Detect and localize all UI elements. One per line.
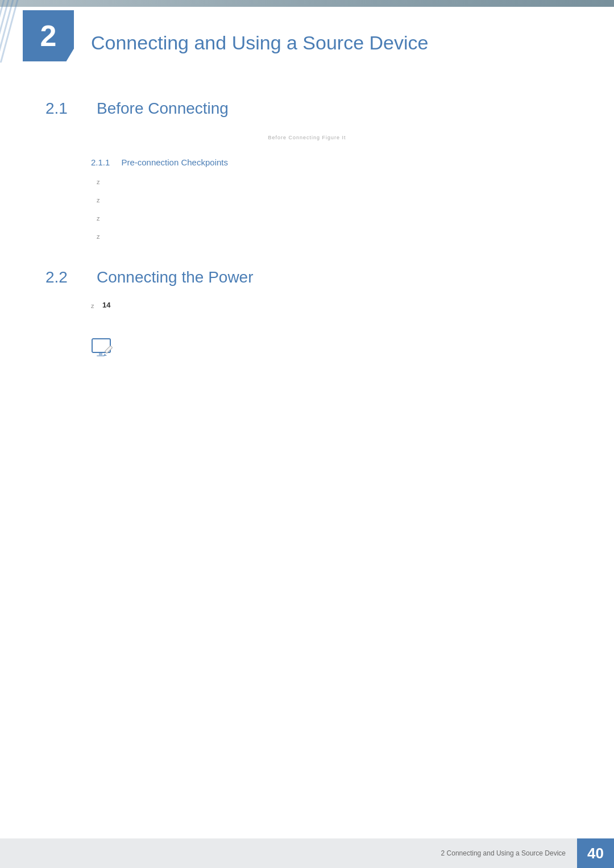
- svg-rect-2: [97, 355, 105, 356]
- bullet-marker-1: z: [97, 178, 102, 185]
- bullet-item-2: z: [97, 196, 569, 203]
- chapter-number-box: 2: [23, 10, 74, 61]
- bullet-marker-2: z: [97, 197, 102, 203]
- bullet-item-4: z: [97, 232, 569, 240]
- section-2-2: 2.2 Connecting the Power z 14: [45, 268, 569, 309]
- bullet-marker-3: z: [97, 215, 102, 222]
- section-2-1-title: Before Connecting: [97, 99, 229, 118]
- section-2-2-content: z 14: [91, 301, 569, 309]
- section-2-2-number: 2.2: [45, 268, 80, 286]
- footer-page-box: 40: [577, 838, 614, 868]
- footer-breadcrumb: 2 Connecting and Using a Source Device: [441, 849, 566, 857]
- chapter-title: Connecting and Using a Source Device: [91, 10, 614, 54]
- footer: 2 Connecting and Using a Source Device 4…: [0, 838, 614, 868]
- page-ref-bullet: z: [91, 302, 97, 309]
- section-2-1-number: 2.1: [45, 99, 80, 118]
- bullet-item-3: z: [97, 214, 569, 222]
- section-2-2-title: Connecting the Power: [97, 268, 254, 286]
- page-ref-line: z 14: [91, 301, 569, 309]
- svg-rect-1: [99, 352, 102, 355]
- footer-page-number: 40: [587, 845, 604, 862]
- subsection-2-1-1-heading: 2.1.1 Pre-connection Checkpoints: [91, 157, 569, 167]
- chapter-header: 2 Connecting and Using a Source Device: [0, 0, 614, 54]
- caption-center: Before Connecting Figure It: [45, 135, 569, 140]
- bullet-marker-4: z: [97, 233, 102, 240]
- subsection-2-1-1-title: Pre-connection Checkpoints: [121, 157, 228, 167]
- page-ref-number: 14: [102, 301, 110, 309]
- chapter-number: 2: [40, 21, 57, 51]
- section-2-1-heading: 2.1 Before Connecting: [45, 99, 569, 118]
- note-icon: [91, 338, 115, 358]
- note-icon-container: [91, 338, 569, 358]
- subsection-2-1-1: 2.1.1 Pre-connection Checkpoints z z z z: [91, 157, 569, 240]
- stripe-decoration: [0, 0, 26, 63]
- main-content: 2.1 Before Connecting Before Connecting …: [0, 88, 614, 358]
- svg-marker-4: [103, 354, 107, 356]
- subsection-2-1-1-number: 2.1.1: [91, 157, 110, 167]
- section-2-2-heading: 2.2 Connecting the Power: [45, 268, 569, 286]
- bullet-item-1: z: [97, 177, 569, 185]
- note-svg: [91, 338, 115, 358]
